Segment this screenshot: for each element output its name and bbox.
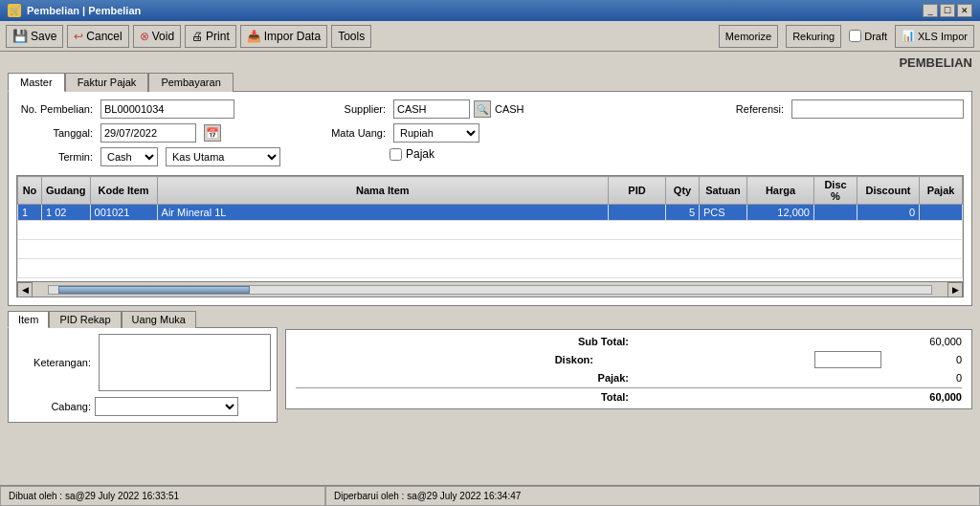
table-row-empty-3 <box>18 259 963 278</box>
toolbar: 💾 Save ↩ Cancel ⊗ Void 🖨 Print 📥 Impor D… <box>0 21 980 52</box>
sub-total-row: Sub Total: 60,000 <box>296 336 962 347</box>
cell-harga: 12,000 <box>747 205 814 221</box>
mata-uang-row: Mata Uang: Rupiah <box>309 123 524 143</box>
cancel-icon: ↩ <box>74 30 83 43</box>
print-icon: 🖨 <box>191 30 203 43</box>
mata-uang-select[interactable]: Rupiah <box>393 123 479 143</box>
diskon-input[interactable] <box>814 351 881 368</box>
kas-select[interactable]: Kas Utama <box>166 147 280 166</box>
main-tab-container: Master Faktur Pajak Pembayaran No. Pembe… <box>8 72 972 306</box>
col-pid: PID <box>609 177 666 205</box>
diskon-row: Diskon: 0 <box>296 351 962 368</box>
cancel-button[interactable]: ↩ Cancel <box>67 25 128 48</box>
close-button[interactable]: ✕ <box>957 4 972 17</box>
bottom-section: Item PID Rekap Uang Muka Keterangan: Cab… <box>8 310 972 423</box>
supplier-code-input[interactable] <box>393 99 470 119</box>
tab-uang-muka[interactable]: Uang Muka <box>122 311 196 328</box>
print-button[interactable]: 🖨 Print <box>185 25 236 48</box>
void-icon: ⊗ <box>140 30 149 43</box>
tab-pid-rekap[interactable]: PID Rekap <box>49 311 121 328</box>
pajak-summary-label: Pajak: <box>552 372 629 384</box>
horizontal-scrollbar[interactable]: ◀ ▶ <box>17 281 963 297</box>
memorize-button[interactable]: Memorize <box>719 25 778 48</box>
tab-faktur-pajak[interactable]: Faktur Pajak <box>65 73 149 92</box>
tanggal-label: Tanggal: <box>16 127 93 139</box>
supplier-search-button[interactable]: 🔍 <box>474 100 491 118</box>
minimize-button[interactable]: _ <box>923 4 938 17</box>
xls-impor-button[interactable]: 📊 XLS Impor <box>895 25 974 48</box>
import-icon: 📥 <box>247 30 261 43</box>
col-no: No <box>18 177 42 205</box>
main-area: PEMBELIAN Master Faktur Pajak Pembayaran… <box>0 52 980 485</box>
cell-satuan: PCS <box>700 205 747 221</box>
no-pembelian-row: No. Pembelian: <box>16 99 280 119</box>
col-qty: Qty <box>666 177 700 205</box>
tab-item[interactable]: Item <box>8 311 49 328</box>
window-title: Pembelian | Pembelian <box>27 5 141 16</box>
cell-gudang: 1 02 <box>42 205 91 221</box>
col-discount: Discount <box>858 177 920 205</box>
pajak-summary-value: 0 <box>885 372 962 384</box>
import-data-button[interactable]: 📥 Impor Data <box>240 25 327 48</box>
items-table-container: No Gudang Kode Item Nama Item PID Qty Sa… <box>16 175 964 297</box>
col-nama-item: Nama Item <box>157 177 608 205</box>
col-harga: Harga <box>747 177 814 205</box>
rekuring-button[interactable]: Rekuring <box>786 25 841 48</box>
status-bar: Dibuat oleh : sa@29 July 2022 16:33:51 D… <box>0 485 980 506</box>
tab-master[interactable]: Master <box>8 73 65 92</box>
referensi-input[interactable] <box>791 99 964 119</box>
cell-discount: 0 <box>858 205 920 221</box>
tools-button[interactable]: Tools <box>331 25 371 48</box>
table-row[interactable]: 1 1 02 001021 Air Mineral 1L 5 PCS 12,00… <box>18 205 963 221</box>
pajak-checkbox[interactable] <box>390 148 402 161</box>
title-bar: 🛒 Pembelian | Pembelian _ ☐ ✕ <box>0 0 980 21</box>
cell-disc-pct <box>814 205 858 221</box>
table-scroll-area[interactable]: No Gudang Kode Item Nama Item PID Qty Sa… <box>17 176 963 281</box>
cell-qty: 5 <box>666 205 700 221</box>
total-value: 60,000 <box>885 391 962 403</box>
scroll-left-button[interactable]: ◀ <box>17 282 33 297</box>
draft-checkbox[interactable] <box>849 30 861 42</box>
supplier-label: Supplier: <box>309 103 386 115</box>
scroll-thumb[interactable] <box>58 286 250 294</box>
scroll-track[interactable] <box>48 285 932 295</box>
total-row: Total: 60,000 <box>296 387 962 403</box>
pajak-row: Pajak <box>309 147 524 161</box>
pajak-label: Pajak <box>406 147 434 161</box>
xls-icon: 📊 <box>902 30 915 42</box>
tab-master-content: No. Pembelian: Tanggal: 📅 Termin: Cash <box>8 91 972 306</box>
tanggal-input[interactable] <box>100 123 196 143</box>
keterangan-row: Keterangan: <box>14 334 271 391</box>
restore-button[interactable]: ☐ <box>940 4 955 17</box>
tab-pembayaran[interactable]: Pembayaran <box>148 73 233 92</box>
supplier-name-display: CASH <box>495 103 524 115</box>
void-button[interactable]: ⊗ Void <box>133 25 181 48</box>
col-kode-item: Kode Item <box>90 177 157 205</box>
sub-total-value: 60,000 <box>885 336 962 347</box>
calendar-button[interactable]: 📅 <box>204 124 221 142</box>
no-pembelian-input[interactable] <box>100 99 234 119</box>
termin-select[interactable]: Cash <box>100 147 158 166</box>
col-pajak: Pajak <box>920 177 963 205</box>
keterangan-textarea[interactable] <box>99 334 271 391</box>
sub-total-label: Sub Total: <box>552 336 629 347</box>
mata-uang-label: Mata Uang: <box>309 127 386 139</box>
main-tabs: Master Faktur Pajak Pembayaran <box>8 72 972 91</box>
cell-nama-item: Air Mineral 1L <box>157 205 608 221</box>
window-controls[interactable]: _ ☐ ✕ <box>923 4 972 17</box>
bottom-tab-content: Keterangan: Cabang: <box>8 327 278 423</box>
summary-area: Sub Total: 60,000 Diskon: 0 Pajak: 0 <box>285 329 972 409</box>
cabang-select[interactable] <box>95 397 238 416</box>
left-panel: Item PID Rekap Uang Muka Keterangan: Cab… <box>8 310 278 423</box>
draft-checkbox-label[interactable]: Draft <box>849 30 887 42</box>
save-button[interactable]: 💾 Save <box>6 25 63 48</box>
keterangan-label: Keterangan: <box>14 357 91 368</box>
cabang-row: Cabang: <box>14 397 271 416</box>
status-created: Dibuat oleh : sa@29 July 2022 16:33:51 <box>0 486 325 506</box>
table-row-empty-1 <box>18 221 963 240</box>
col-satuan: Satuan <box>700 177 747 205</box>
table-row-empty-2 <box>18 240 963 259</box>
module-label: PEMBELIAN <box>8 55 972 70</box>
items-table: No Gudang Kode Item Nama Item PID Qty Sa… <box>17 176 963 278</box>
scroll-right-button[interactable]: ▶ <box>947 282 963 297</box>
